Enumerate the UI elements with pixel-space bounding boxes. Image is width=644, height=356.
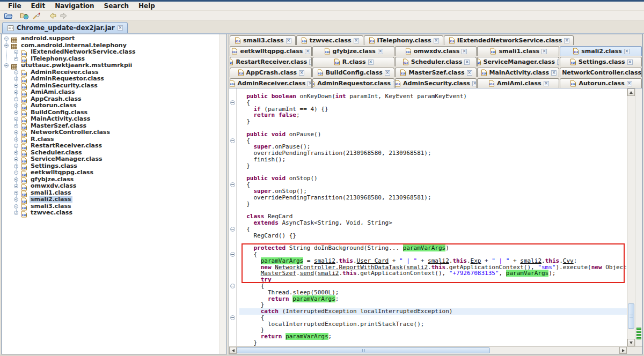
occurrence-marker[interactable] xyxy=(636,328,641,330)
search-icon[interactable] xyxy=(30,11,42,20)
tab-eetkwlltqppg-class[interactable]: 010eetkwlltqppg.class× xyxy=(230,46,312,56)
code-editor[interactable]: public boolean onKeyDown(int paramInt, K… xyxy=(229,88,642,346)
occurrence-marker[interactable] xyxy=(636,334,641,336)
tab-gfybjze-class[interactable]: 010gfybjze.class× xyxy=(312,46,394,56)
tree-item-Scheduler-class[interactable]: 010Scheduler.class xyxy=(2,150,219,157)
tree-item-NetworkController-class[interactable]: 010NetworkController.class xyxy=(2,129,219,136)
scroll-down-button[interactable] xyxy=(627,339,635,346)
tab-Autorun-class[interactable]: 010Autorun.class× xyxy=(560,78,642,88)
fold-toggle-icon[interactable] xyxy=(230,138,235,143)
tree-item-Settings-class[interactable]: 010Settings.class xyxy=(2,163,219,170)
close-icon[interactable]: × xyxy=(308,81,312,86)
close-icon[interactable]: × xyxy=(368,60,374,65)
fold-toggle-icon[interactable] xyxy=(230,182,235,187)
tree-item-MainActivity-class[interactable]: 010MainActivity.class xyxy=(2,116,219,123)
close-icon[interactable]: × xyxy=(354,38,359,43)
tree-item-IExtendedNetworkService-class[interactable]: 010IExtendedNetworkService.class xyxy=(2,49,219,56)
menu-item-help[interactable]: Help xyxy=(134,2,160,10)
tree-item-AmiAmi-class[interactable]: 010AmiAmi.class xyxy=(2,89,219,96)
fold-toggle-icon[interactable] xyxy=(230,100,235,105)
close-icon[interactable]: × xyxy=(624,49,630,54)
tab-AdminSecurity-class[interactable]: 010AdminSecurity.class× xyxy=(395,78,477,88)
tab-BuildConfig-class[interactable]: 010BuildConfig.class× xyxy=(312,68,394,77)
tab-AdminReceiver-class[interactable]: 010AdminReceiver.class× xyxy=(230,78,312,88)
tree-item-MasterSzef-class[interactable]: 010MasterSzef.class xyxy=(2,123,219,130)
close-icon[interactable]: × xyxy=(378,49,383,54)
tree-item-BuildConfig-class[interactable]: 010BuildConfig.class xyxy=(2,109,219,116)
code-link[interactable]: send xyxy=(300,270,314,277)
tab-RestartReceiver-class[interactable]: 010RestartReceiver.class× xyxy=(230,57,312,66)
close-icon[interactable]: × xyxy=(472,81,477,86)
tree-item-ServiceManager-class[interactable]: 010ServiceManager.class xyxy=(2,156,219,163)
close-icon[interactable]: × xyxy=(464,60,470,65)
close-icon[interactable]: × xyxy=(557,60,559,65)
tree-item-com-android-internal-telephony[interactable]: com.android.internal.telephony xyxy=(2,42,219,49)
open-type-icon[interactable] xyxy=(18,11,30,20)
close-icon[interactable]: × xyxy=(564,38,569,43)
close-icon[interactable]: × xyxy=(299,70,304,76)
tab-ITelephony-class[interactable]: 010ITelephony.class× xyxy=(364,35,443,45)
back-icon[interactable] xyxy=(46,11,58,20)
scroll-up-button[interactable] xyxy=(627,88,635,96)
tree-item-AdminRequestor-class[interactable]: 010AdminRequestor.class xyxy=(2,76,219,83)
tab-AppCrash-class[interactable]: 010AppCrash.class× xyxy=(230,68,312,77)
tab-smali1-class[interactable]: 010smali1.class× xyxy=(477,46,559,56)
tree-item-smali1-class[interactable]: 010smali1.class xyxy=(2,190,219,197)
tree-item-eetkwlltqppg-class[interactable]: 010eetkwlltqppg.class xyxy=(2,169,219,176)
tree-item-AdminReceiver-class[interactable]: 010AdminReceiver.class xyxy=(2,69,219,76)
close-icon[interactable]: × xyxy=(467,70,472,76)
tree-item-AdminSecurity-class[interactable]: 010AdminSecurity.class xyxy=(2,83,219,90)
tree-item-Autorun-class[interactable]: 010Autorun.class xyxy=(2,102,219,109)
tab-AmiAmi-class[interactable]: 010AmiAmi.class× xyxy=(477,78,559,88)
tab-MasterSzef-class[interactable]: 010MasterSzef.class× xyxy=(395,68,477,77)
code-link[interactable]: smali2 xyxy=(318,270,339,277)
menu-item-file[interactable]: File xyxy=(3,2,26,10)
tab-ServiceManager-class[interactable]: 010ServiceManager.class× xyxy=(477,57,559,66)
scroll-left-button[interactable] xyxy=(229,347,237,354)
close-icon[interactable]: × xyxy=(305,49,310,54)
close-icon[interactable]: × xyxy=(627,81,632,86)
tab-smali3-class[interactable]: 010smali3.class× xyxy=(230,35,296,45)
tree-item-ututtauc-pwktjaanrk-msttumrkpii[interactable]: ututtauc.pwktjaanrk.msttumrkpii xyxy=(2,62,219,69)
close-icon[interactable]: × xyxy=(286,38,291,43)
close-icon[interactable]: × xyxy=(627,60,633,65)
vertical-scrollbar-thumb[interactable] xyxy=(628,303,634,329)
tree-item-gfybjze-class[interactable]: 010gfybjze.class xyxy=(2,176,219,183)
tab-Settings-class[interactable]: 010Settings.class× xyxy=(560,57,642,66)
close-icon[interactable]: × xyxy=(309,60,311,65)
menu-item-edit[interactable]: Edit xyxy=(26,2,50,10)
close-icon[interactable]: × xyxy=(551,70,557,76)
forward-icon[interactable] xyxy=(58,11,70,20)
occurrence-marker[interactable] xyxy=(636,331,641,333)
tab-IExtendedNetworkService-class[interactable]: 010IExtendedNetworkService.class× xyxy=(444,35,574,45)
menu-item-search[interactable]: Search xyxy=(99,2,134,10)
close-icon[interactable]: × xyxy=(462,49,467,54)
close-icon[interactable]: × xyxy=(118,25,123,31)
tab-MainActivity-class[interactable]: 010MainActivity.class× xyxy=(477,68,559,77)
tab-tzwvec-class[interactable]: 010tzwvec.class× xyxy=(296,35,363,45)
tab-AdminRequestor-class[interactable]: 010AdminRequestor.class× xyxy=(312,78,394,88)
tab-omwxdv-class[interactable]: 010omwxdv.class× xyxy=(395,46,477,56)
tree-item-android-support[interactable]: android.support xyxy=(2,35,219,42)
tree-item-smali2-class[interactable]: 010smali2.class xyxy=(2,196,219,203)
jar-document-tab[interactable]: Chrome_update-dex2jar.jar × xyxy=(2,22,128,33)
tree-item-AppCrash-class[interactable]: 010AppCrash.class xyxy=(2,96,219,103)
close-icon[interactable]: × xyxy=(541,49,547,54)
tree-item-RestartReceiver-class[interactable]: 010RestartReceiver.class xyxy=(2,143,219,150)
menu-item-navigation[interactable]: Navigation xyxy=(50,2,99,10)
tree-item-ITelephony-class[interactable]: 010ITelephony.class xyxy=(2,56,219,63)
close-icon[interactable]: × xyxy=(434,38,439,43)
occurrence-marker[interactable] xyxy=(636,337,641,339)
fold-toggle-icon[interactable] xyxy=(230,252,235,257)
tab-Scheduler-class[interactable]: 010Scheduler.class× xyxy=(395,57,477,66)
close-icon[interactable]: × xyxy=(544,81,549,86)
tab-smali2-class[interactable]: 010smali2.class× xyxy=(560,46,642,56)
tree-item-smali3-class[interactable]: 010smali3.class xyxy=(2,203,219,210)
horizontal-scrollbar-thumb[interactable] xyxy=(237,347,490,353)
fold-toggle-icon[interactable] xyxy=(230,315,235,320)
open-file-icon[interactable] xyxy=(2,11,14,20)
close-icon[interactable]: × xyxy=(393,81,394,86)
fold-toggle-icon[interactable] xyxy=(230,284,235,288)
fold-toggle-icon[interactable] xyxy=(230,227,235,232)
tab-NetworkController-class[interactable]: 010NetworkController.class× xyxy=(560,68,642,77)
